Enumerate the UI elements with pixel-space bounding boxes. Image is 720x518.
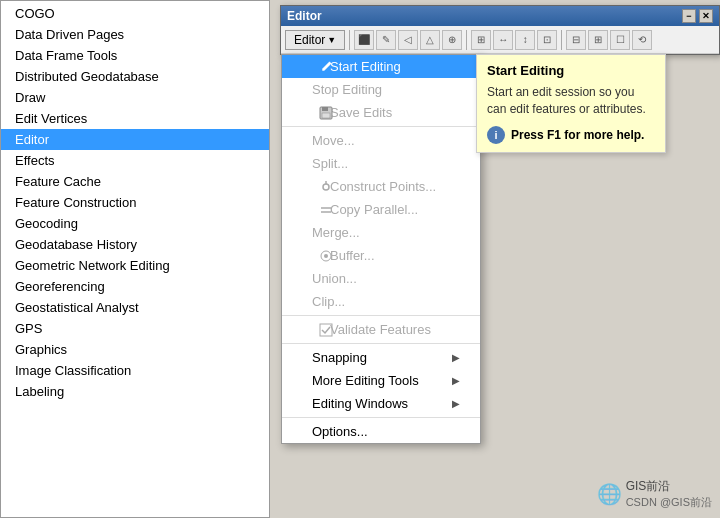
submenu-arrow-icon: ▶ xyxy=(452,398,460,409)
menu-item[interactable]: Start Editing xyxy=(282,55,480,78)
menu-item-label: Snapping xyxy=(312,350,367,365)
menu-item-label: Merge... xyxy=(312,225,360,240)
menu-item-inner: Stop Editing xyxy=(312,82,460,97)
menu-item-inner: Construct Points... xyxy=(312,179,460,194)
toolbar-icon-3[interactable]: ◁ xyxy=(398,30,418,50)
editor-dropdown-menu: Start EditingStop EditingSave EditsMove.… xyxy=(281,54,481,444)
toolbox-item[interactable]: Geocoding xyxy=(1,213,269,234)
menu-parallel-icon xyxy=(318,202,334,218)
toolbox-item[interactable]: Graphics xyxy=(1,339,269,360)
menu-item-inner: Editing Windows▶ xyxy=(312,396,460,411)
toolbox-item[interactable]: Feature Cache xyxy=(1,171,269,192)
menu-item: Clip... xyxy=(282,290,480,313)
toolbar-icon-10[interactable]: ⊟ xyxy=(566,30,586,50)
toolbox-panel: COGOData Driven PagesData Frame ToolsDis… xyxy=(0,0,270,518)
menu-save-icon xyxy=(318,105,334,121)
toolbox-item[interactable]: GPS xyxy=(1,318,269,339)
menu-item-label: Buffer... xyxy=(330,248,375,263)
toolbox-item[interactable]: Distributed Geodatabase xyxy=(1,66,269,87)
menu-item-label: Save Edits xyxy=(330,105,392,120)
help-icon: i xyxy=(487,126,505,144)
menu-item-label: Copy Parallel... xyxy=(330,202,418,217)
toolbar-separator-1 xyxy=(349,30,350,50)
toolbar-icon-6[interactable]: ⊞ xyxy=(471,30,491,50)
menu-item: Validate Features xyxy=(282,318,480,341)
toolbar-icon-1[interactable]: ⬛ xyxy=(354,30,374,50)
menu-item-inner: Clip... xyxy=(312,294,460,309)
menu-pencil-icon xyxy=(318,59,334,75)
toolbox-item[interactable]: Geometric Network Editing xyxy=(1,255,269,276)
menu-item-inner: Options... xyxy=(312,424,460,439)
toolbar-separator-2 xyxy=(466,30,467,50)
svg-rect-9 xyxy=(320,324,332,336)
menu-item-inner: Merge... xyxy=(312,225,460,240)
toolbar-icon-8[interactable]: ↕ xyxy=(515,30,535,50)
menu-separator xyxy=(282,315,480,316)
menu-item-label: Union... xyxy=(312,271,357,286)
toolbox-item[interactable]: COGO xyxy=(1,3,269,24)
menu-item: Construct Points... xyxy=(282,175,480,198)
pin-button[interactable]: − xyxy=(682,9,696,23)
toolbox-item[interactable]: Feature Construction xyxy=(1,192,269,213)
menu-item-label: Stop Editing xyxy=(312,82,382,97)
toolbox-item[interactable]: Georeferencing xyxy=(1,276,269,297)
tooltip-description: Start an edit session so you can edit fe… xyxy=(487,84,655,118)
menu-separator xyxy=(282,343,480,344)
menu-item[interactable]: Snapping▶ xyxy=(282,346,480,369)
toolbar-icon-2[interactable]: ✎ xyxy=(376,30,396,50)
toolbar-icon-9[interactable]: ⊡ xyxy=(537,30,557,50)
toolbox-item[interactable]: Image Classification xyxy=(1,360,269,381)
menu-item-label: Editing Windows xyxy=(312,396,408,411)
tooltip-title: Start Editing xyxy=(487,63,655,78)
tooltip-help-text: Press F1 for more help. xyxy=(511,128,644,142)
toolbar-icon-5[interactable]: ⊕ xyxy=(442,30,462,50)
menu-item-inner: Buffer... xyxy=(312,248,460,263)
menu-item: Split... xyxy=(282,152,480,175)
watermark-text-block: GIS前沿 CSDN @GIS前沿 xyxy=(626,478,712,510)
toolbar-icon-7[interactable]: ↔ xyxy=(493,30,513,50)
editor-toolbar: Editor ▼ ⬛ ✎ ◁ △ ⊕ ⊞ ↔ ↕ ⊡ ⊟ ⊞ ☐ ⟲ xyxy=(281,26,719,54)
toolbox-item[interactable]: Draw xyxy=(1,87,269,108)
toolbox-item[interactable]: Effects xyxy=(1,150,269,171)
editor-window: Editor − ✕ Editor ▼ ⬛ ✎ ◁ △ ⊕ ⊞ ↔ ↕ ⊡ ⊟ … xyxy=(280,5,720,55)
close-button[interactable]: ✕ xyxy=(699,9,713,23)
menu-item: Copy Parallel... xyxy=(282,198,480,221)
menu-item[interactable]: Options... xyxy=(282,420,480,443)
menu-item-inner: Split... xyxy=(312,156,460,171)
menu-item: Stop Editing xyxy=(282,78,480,101)
toolbar-icon-11[interactable]: ⊞ xyxy=(588,30,608,50)
tooltip-popup: Start Editing Start an edit session so y… xyxy=(476,54,666,153)
editor-window-title: Editor xyxy=(287,9,322,23)
menu-item[interactable]: More Editing Tools▶ xyxy=(282,369,480,392)
toolbox-item[interactable]: Labeling xyxy=(1,381,269,402)
toolbox-item[interactable]: Editor xyxy=(1,129,269,150)
watermark: 🌐 GIS前沿 CSDN @GIS前沿 xyxy=(597,478,712,510)
toolbar-icon-12[interactable]: ☐ xyxy=(610,30,630,50)
menu-item-inner: Validate Features xyxy=(312,322,460,337)
tooltip-help: i Press F1 for more help. xyxy=(487,126,655,144)
menu-item: Merge... xyxy=(282,221,480,244)
svg-point-8 xyxy=(324,254,328,258)
submenu-arrow-icon: ▶ xyxy=(452,375,460,386)
menu-item[interactable]: Editing Windows▶ xyxy=(282,392,480,415)
toolbox-item[interactable]: Geostatistical Analyst xyxy=(1,297,269,318)
menu-item-label: Validate Features xyxy=(330,322,431,337)
menu-separator xyxy=(282,417,480,418)
editor-menu-button[interactable]: Editor ▼ xyxy=(285,30,345,50)
titlebar-buttons: − ✕ xyxy=(682,9,713,23)
toolbox-item[interactable]: Data Frame Tools xyxy=(1,45,269,66)
dropdown-arrow-icon: ▼ xyxy=(327,35,336,45)
submenu-arrow-icon: ▶ xyxy=(452,352,460,363)
menu-item-inner: Move... xyxy=(312,133,460,148)
toolbox-item[interactable]: Edit Vertices xyxy=(1,108,269,129)
toolbar-icon-13[interactable]: ⟲ xyxy=(632,30,652,50)
toolbar-separator-3 xyxy=(561,30,562,50)
toolbox-item[interactable]: Data Driven Pages xyxy=(1,24,269,45)
menu-item-inner: More Editing Tools▶ xyxy=(312,373,460,388)
menu-separator xyxy=(282,126,480,127)
watermark-logo: 🌐 xyxy=(597,482,622,506)
toolbar-icon-4[interactable]: △ xyxy=(420,30,440,50)
menu-item: Save Edits xyxy=(282,101,480,124)
menu-buffer-icon xyxy=(318,248,334,264)
toolbox-item[interactable]: Geodatabase History xyxy=(1,234,269,255)
